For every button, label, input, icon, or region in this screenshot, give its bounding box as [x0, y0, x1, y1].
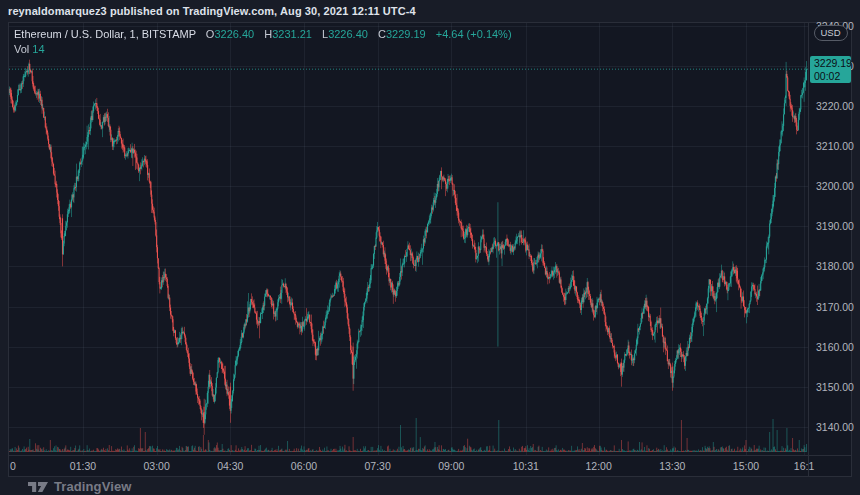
last-price-value: 3229.19: [814, 57, 851, 70]
price-axis-label: 3200.00: [816, 180, 854, 192]
legend-ohlc-row: Ethereum / U.S. Dollar, 1, BITSTAMP O322…: [14, 27, 512, 42]
price-axis-label: 3170.00: [816, 301, 854, 313]
time-axis-label: 0: [10, 460, 16, 472]
price-axis[interactable]: USD 3229.19 00:02 3240.003230.003220.003…: [808, 23, 852, 476]
last-price-badge: 3229.19 00:02: [810, 56, 851, 83]
open-value: 3226.40: [214, 28, 254, 40]
close-value: 3229.19: [386, 28, 426, 40]
price-axis-label: 3190.00: [816, 220, 854, 232]
low-value: 3226.40: [328, 28, 368, 40]
price-axis-label: 3150.00: [816, 381, 854, 393]
chart-legend: Ethereum / U.S. Dollar, 1, BITSTAMP O322…: [14, 27, 512, 57]
tradingview-logo-icon[interactable]: [28, 479, 48, 493]
attribution-bar: reynaldomarquez3 published on TradingVie…: [0, 0, 860, 22]
time-axis-label: 07:30: [364, 460, 390, 472]
symbol-title[interactable]: Ethereum / U.S. Dollar, 1, BITSTAMP: [14, 28, 196, 40]
price-axis-label: 3160.00: [816, 341, 854, 353]
tradingview-logo-text[interactable]: TradingView: [54, 479, 131, 494]
currency-toggle-button[interactable]: USD: [813, 25, 847, 41]
time-axis-label: 15:00: [733, 460, 759, 472]
legend-volume-row: Vol 14: [14, 42, 512, 57]
footer-bar: TradingView: [28, 477, 131, 495]
candlestick-chart-canvas[interactable]: [9, 23, 808, 455]
volume-label: Vol: [14, 43, 29, 55]
price-axis-label: 3180.00: [816, 260, 854, 272]
time-axis-label: 01:30: [70, 460, 96, 472]
time-axis-label: 13:30: [659, 460, 685, 472]
tradingview-snapshot: reynaldomarquez3 published on TradingVie…: [0, 0, 860, 495]
close-label: C: [378, 28, 386, 40]
time-axis-label: 09:00: [438, 460, 464, 472]
bar-countdown-timer: 00:02: [814, 70, 851, 83]
time-axis-label: 03:00: [143, 460, 169, 472]
time-axis[interactable]: 001:3003:0004:3006:0007:3009:0010:3112:0…: [9, 455, 851, 477]
time-axis-label: 06:00: [291, 460, 317, 472]
time-axis-label: 12:00: [585, 460, 611, 472]
chart-frame: Ethereum / U.S. Dollar, 1, BITSTAMP O322…: [8, 22, 852, 477]
time-axis-label: 10:31: [513, 460, 539, 472]
price-axis-label: 3220.00: [816, 100, 854, 112]
time-axis-label: 04:30: [217, 460, 243, 472]
price-axis-label: 3140.00: [816, 421, 854, 433]
change-value: +4.64 (+0.14%): [436, 28, 512, 40]
volume-value: 14: [32, 43, 44, 55]
attribution-text: reynaldomarquez3 published on TradingVie…: [8, 5, 416, 17]
high-label: H: [264, 28, 272, 40]
price-axis-label: 3210.00: [816, 140, 854, 152]
high-value: 3231.21: [272, 28, 312, 40]
